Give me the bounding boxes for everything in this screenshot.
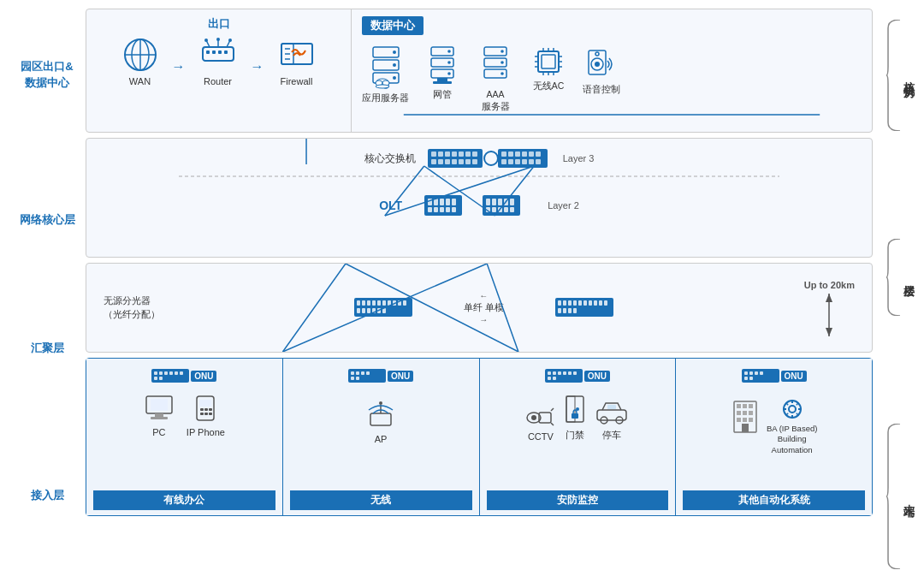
door-label: 门禁: [566, 429, 584, 442]
arrow2: →: [251, 59, 264, 74]
svg-marker-156: [826, 328, 832, 336]
voice-ctrl-label: 语音控制: [583, 84, 620, 96]
svg-rect-142: [568, 300, 572, 306]
firewall-label: Firewall: [281, 76, 313, 86]
ba-gear-icon: [779, 396, 805, 422]
svg-point-13: [216, 38, 220, 41]
left-label-agg: 汇聚层: [9, 304, 86, 394]
svg-rect-209: [572, 413, 578, 419]
svg-rect-101: [428, 207, 432, 212]
svg-point-36: [447, 61, 451, 64]
svg-rect-5: [206, 50, 210, 54]
wireless-top: ONU AP: [290, 367, 472, 444]
svg-rect-137: [377, 308, 381, 313]
svg-rect-173: [151, 417, 168, 419]
splitter-label: 无源分光器 （光纤分配）: [104, 294, 172, 321]
dc-devices: 应用服务器 网管: [362, 45, 862, 112]
svg-rect-77: [459, 159, 464, 164]
netmgr-device: 网管: [423, 45, 462, 101]
svg-rect-114: [498, 207, 502, 212]
svg-rect-227: [749, 411, 753, 415]
svg-rect-99: [446, 199, 450, 205]
svg-rect-231: [742, 424, 749, 432]
svg-rect-143: [573, 300, 577, 306]
svg-point-80: [484, 151, 498, 165]
automation-onu-icon: [742, 367, 779, 384]
svg-rect-132: [403, 300, 406, 306]
svg-rect-116: [510, 207, 514, 212]
svg-rect-91: [522, 159, 527, 164]
svg-rect-70: [459, 151, 464, 157]
svg-line-205: [551, 423, 554, 425]
svg-rect-193: [548, 371, 551, 375]
svg-rect-98: [440, 199, 444, 205]
app-server-label: 应用服务器: [362, 92, 409, 104]
left-labels: 园区出口& 数据中心 网络核心层 汇聚层 接入层: [9, 9, 86, 579]
ap-icon: [362, 398, 400, 431]
svg-rect-79: [472, 159, 477, 164]
door-icon: [563, 395, 587, 425]
separator-line: [179, 173, 779, 180]
app-server-icon: [370, 45, 401, 90]
svg-rect-76: [452, 159, 457, 164]
router-label: Router: [204, 76, 232, 86]
row4-box: ONU PC: [86, 358, 873, 516]
right-core-room: 核心机房: [885, 13, 917, 137]
security-top: ONU CCTV: [487, 367, 669, 442]
car-device: 停车: [594, 400, 630, 442]
ba-group: BA (IP Based)BuildingAutomation: [767, 396, 818, 455]
svg-rect-88: [501, 159, 506, 164]
wired-label: 有线办公: [93, 490, 275, 510]
svg-rect-107: [486, 199, 490, 205]
svg-rect-47: [542, 55, 555, 68]
svg-point-45: [500, 72, 504, 75]
security-cell: ONU CCTV: [480, 359, 677, 515]
svg-rect-39: [433, 81, 452, 84]
svg-point-24: [393, 63, 396, 67]
svg-rect-230: [749, 418, 753, 422]
svg-rect-109: [498, 199, 502, 205]
svg-rect-164: [164, 371, 168, 375]
wan-label: WAN: [129, 76, 151, 86]
aaa-server-icon: [482, 45, 509, 86]
svg-line-204: [551, 408, 554, 411]
wireless-ac-icon: [532, 45, 565, 78]
diagram-area: 出口 WAN →: [86, 9, 877, 579]
router-icon: [199, 35, 237, 73]
pc-icon: [144, 395, 175, 424]
svg-rect-146: [589, 300, 592, 306]
svg-line-241: [785, 413, 788, 416]
app-server-device: 应用服务器: [362, 45, 409, 104]
svg-rect-172: [155, 413, 163, 417]
svg-rect-6: [212, 50, 216, 54]
svg-rect-166: [175, 371, 178, 375]
svg-rect-138: [382, 308, 386, 313]
svg-rect-219: [744, 377, 748, 380]
automation-cell: ONU: [676, 359, 872, 515]
exit-title: 出口: [93, 16, 344, 32]
security-onu-icon: [545, 367, 583, 384]
svg-rect-149: [604, 300, 607, 306]
svg-rect-200: [553, 377, 556, 380]
ipphone-label: IP Phone: [187, 427, 225, 437]
voice-ctrl-device: 语音控制: [582, 45, 621, 96]
svg-rect-136: [372, 308, 376, 313]
voice-ctrl-icon: [587, 45, 616, 81]
security-devices: CCTV 门禁: [525, 395, 630, 442]
cctv-device: CCTV: [525, 402, 556, 442]
svg-rect-124: [362, 300, 365, 306]
svg-rect-38: [437, 78, 447, 81]
svg-rect-141: [563, 300, 566, 306]
svg-rect-7: [218, 50, 222, 54]
wired-onu-row: ONU: [151, 367, 216, 384]
svg-rect-228: [737, 418, 741, 422]
svg-rect-144: [578, 300, 582, 306]
svg-point-43: [500, 50, 504, 53]
building-icon: [731, 396, 760, 434]
svg-rect-182: [348, 369, 386, 383]
right-brace1: [885, 20, 902, 131]
row3-inner: 无源分光器 （光纤分配）: [104, 280, 855, 336]
wireless-ac-label: 无线AC: [533, 80, 565, 92]
automation-label: 其他自动化系统: [683, 490, 865, 510]
right-floor: 楼层: [885, 232, 917, 322]
